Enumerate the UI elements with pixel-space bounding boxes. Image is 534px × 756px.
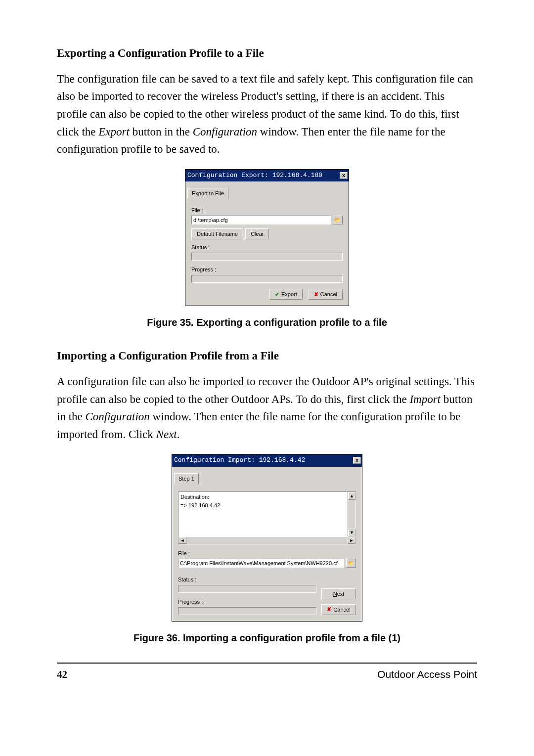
default-filename-button[interactable]: Default Filename — [191, 228, 243, 239]
para-export: The configuration file can be saved to a… — [57, 70, 477, 158]
folder-open-icon: 📂 — [348, 559, 354, 567]
cancel-label: Cancel — [320, 291, 337, 297]
cancel-button[interactable]: ✘ Cancel — [309, 289, 343, 300]
footer-rule — [57, 663, 477, 664]
t1d: Configuration — [193, 126, 257, 138]
export-button[interactable]: ✔ Export — [269, 289, 303, 300]
folder-open-icon: 📂 — [335, 216, 341, 224]
browse-button[interactable]: 📂 — [333, 216, 343, 224]
next-button[interactable]: Next — [321, 588, 356, 599]
scroll-down-icon[interactable]: ▼ — [348, 529, 356, 536]
next-underline: N — [333, 591, 337, 597]
scroll-up-icon[interactable]: ▲ — [348, 492, 356, 500]
progress-bar — [191, 275, 343, 283]
x-icon: ✘ — [327, 606, 331, 613]
browse-button2[interactable]: 📂 — [346, 559, 356, 568]
progress-label: Progress : — [191, 266, 343, 274]
tabrow2: Step 1 — [172, 467, 362, 486]
page-number: 42 — [57, 667, 67, 683]
close-icon[interactable]: x — [353, 457, 361, 464]
file-label2: File : — [178, 549, 356, 558]
heading-export: Exporting a Configuration Profile to a F… — [57, 44, 477, 62]
footer: 42 Outdoor Access Point — [57, 667, 477, 683]
figure-35-caption: Figure 35. Exporting a configuration pro… — [57, 315, 477, 330]
scroll-left-icon[interactable]: ◄ — [178, 537, 186, 544]
status-label: Status : — [191, 243, 343, 252]
destination-list[interactable]: Destination: => 192.168.4.42 ▲ ▼ — [178, 491, 356, 537]
destination-label: Destination: — [180, 493, 354, 501]
titlebar: Configuration Export: 192.168.4.180 x — [185, 170, 349, 181]
heading-import: Importing a Configuration Profile from a… — [57, 347, 477, 365]
footer-text: Outdoor Access Point — [377, 667, 477, 683]
t2f: Next — [156, 428, 177, 441]
cancel-button2[interactable]: ✘ Cancel — [321, 604, 356, 615]
file-label: File : — [191, 206, 343, 215]
export-rest: xport — [285, 291, 297, 297]
next-rest: ext — [337, 591, 345, 597]
progress-label2: Progress : — [178, 598, 316, 606]
dialog-body: File : 📂 Default Filename Clear Status :… — [185, 200, 349, 306]
dialog-title: Configuration Export: 192.168.4.180 — [187, 171, 322, 180]
dialog2-body: Destination: => 192.168.4.42 ▲ ▼ ◄ ► Fil… — [172, 486, 362, 621]
x-icon: ✘ — [314, 291, 318, 298]
clear-button[interactable]: Clear — [245, 228, 269, 239]
para-import: A configuration file can also be importe… — [57, 373, 477, 444]
close-icon[interactable]: x — [340, 172, 348, 179]
scroll-right-icon[interactable]: ► — [348, 537, 356, 544]
t2b: Import — [409, 393, 441, 405]
file-input2[interactable] — [178, 559, 344, 568]
horizontal-scrollbar[interactable]: ◄ ► — [178, 536, 356, 544]
t1b: Export — [98, 126, 130, 138]
file-input[interactable] — [191, 216, 331, 224]
status-field — [191, 253, 343, 261]
figure-36-caption: Figure 36. Importing a configuration pro… — [57, 630, 477, 646]
t2d: Configuration — [86, 410, 150, 423]
status-field2 — [178, 585, 316, 593]
tabrow: Export to File — [185, 181, 349, 200]
status-label2: Status : — [178, 576, 316, 584]
t2g: . — [177, 428, 180, 441]
tab-step1[interactable]: Step 1 — [174, 473, 199, 484]
t1c: button in the — [130, 126, 193, 138]
titlebar2: Configuration Import: 192.168.4.42 x — [172, 454, 362, 466]
dialog2-title: Configuration Import: 192.168.4.42 — [174, 455, 305, 465]
check-icon: ✔ — [275, 291, 279, 298]
progress-bar2 — [178, 607, 316, 615]
import-dialog: Configuration Import: 192.168.4.42 x Ste… — [172, 454, 362, 621]
cancel-label2: Cancel — [333, 607, 350, 613]
destination-value: => 192.168.4.42 — [180, 501, 354, 510]
vertical-scrollbar[interactable]: ▲ ▼ — [348, 492, 356, 536]
tab-export-to-file[interactable]: Export to File — [187, 188, 228, 199]
export-dialog: Configuration Export: 192.168.4.180 x Ex… — [185, 169, 349, 306]
